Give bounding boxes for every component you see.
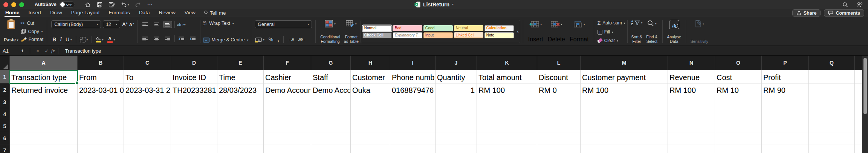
cell-M3[interactable] <box>581 96 668 108</box>
decrease-indent-button[interactable] <box>177 35 186 42</box>
column-header-I[interactable]: I <box>390 56 436 70</box>
home-icon[interactable] <box>85 2 91 8</box>
tab-home[interactable]: Home <box>5 9 20 17</box>
tab-view[interactable]: View <box>184 9 196 17</box>
cell-F6[interactable] <box>264 132 311 144</box>
cell-C7[interactable] <box>124 144 171 153</box>
delete-cells-button[interactable]: ▾ Delete <box>546 19 567 44</box>
cell-E1[interactable]: Time <box>217 70 264 83</box>
cell-E5[interactable] <box>217 120 264 132</box>
row-header-5[interactable]: 5 <box>0 120 10 132</box>
row-header-7[interactable]: 7 <box>0 144 10 153</box>
autosave-toggle[interactable]: OFF <box>59 2 75 8</box>
cell-D6[interactable] <box>171 132 217 144</box>
cell-H5[interactable] <box>351 120 390 132</box>
cell-E3[interactable] <box>217 96 264 108</box>
cell-H2[interactable]: Ouka <box>351 83 390 96</box>
cell-G1[interactable]: Staff <box>311 70 351 83</box>
cell-C5[interactable] <box>124 120 171 132</box>
cell-J4[interactable] <box>436 108 477 120</box>
cell-B5[interactable] <box>78 120 124 132</box>
cell-I7[interactable] <box>390 144 436 153</box>
cell-E6[interactable] <box>217 132 264 144</box>
confirm-entry-button[interactable]: ✓ <box>42 48 51 54</box>
cell-O5[interactable] <box>715 120 762 132</box>
scrollbar-thumb[interactable] <box>863 58 867 114</box>
cell-G2[interactable]: Demo Accoun <box>311 83 351 96</box>
cell-C6[interactable] <box>124 132 171 144</box>
cell-Q1[interactable] <box>809 70 855 83</box>
cell-C1[interactable]: To <box>124 70 171 83</box>
cell-J6[interactable] <box>436 132 477 144</box>
fill-button[interactable]: ↓ Fill▾ <box>598 29 625 35</box>
gallery-more-arrow[interactable]: › <box>517 29 518 35</box>
find-select-button[interactable]: ▾ Find & Select <box>644 19 659 44</box>
cell-O3[interactable] <box>715 96 762 108</box>
cell-E7[interactable] <box>217 144 264 153</box>
cell-A4[interactable] <box>10 108 78 120</box>
format-as-table-button[interactable]: ▾ Format as Table <box>342 19 361 44</box>
cell-B2[interactable]: 2023-03-01 0 <box>78 83 124 96</box>
cell-N4[interactable] <box>668 108 715 120</box>
save-as-icon[interactable] <box>108 2 115 8</box>
font-name-select[interactable]: Calibri (Body)▾ <box>51 20 101 28</box>
align-center-button[interactable] <box>152 35 161 42</box>
cell-H7[interactable] <box>351 144 390 153</box>
cell-style-good[interactable]: Good <box>423 25 453 31</box>
cell-K4[interactable] <box>477 108 537 120</box>
cell-I4[interactable] <box>390 108 436 120</box>
sort-filter-button[interactable]: AZ ▾ Sort & Filter <box>629 19 644 44</box>
minimize-window-button[interactable] <box>11 2 16 7</box>
insert-cells-button[interactable]: ▾ Insert <box>526 19 546 44</box>
cell-H1[interactable]: Customer <box>351 70 390 83</box>
cell-P1[interactable]: Profit <box>762 70 809 83</box>
cell-K1[interactable]: Total amount <box>477 70 537 83</box>
cell-L2[interactable]: RM 0 <box>537 83 581 96</box>
column-header-Q[interactable]: Q <box>809 56 855 70</box>
column-header-G[interactable]: G <box>311 56 351 70</box>
name-box[interactable]: A1 <box>0 48 21 54</box>
cell-F2[interactable]: Demo Accoun <box>264 83 311 96</box>
cell-P3[interactable] <box>762 96 809 108</box>
cell-O7[interactable] <box>715 144 762 153</box>
decrease-decimal-button[interactable]: .00→ <box>298 38 306 41</box>
align-top-button[interactable] <box>141 21 150 28</box>
comments-button[interactable]: Comments <box>824 9 864 17</box>
cell-M7[interactable] <box>581 144 668 153</box>
cell-Q4[interactable] <box>809 108 855 120</box>
undo-button[interactable]: ▾ <box>121 2 129 7</box>
cell-F4[interactable] <box>264 108 311 120</box>
cell-F7[interactable] <box>264 144 311 153</box>
copy-button[interactable]: Copy▾ <box>21 29 44 34</box>
cell-M6[interactable] <box>581 132 668 144</box>
column-header-B[interactable]: B <box>78 56 124 70</box>
column-header-P[interactable]: P <box>762 56 809 70</box>
column-header-F[interactable]: F <box>264 56 311 70</box>
tab-page-layout[interactable]: Page Layout <box>70 9 101 17</box>
cell-P4[interactable] <box>762 108 809 120</box>
cell-F5[interactable] <box>264 120 311 132</box>
borders-button[interactable]: ▾ <box>80 37 88 42</box>
font-size-select[interactable]: 12▾ <box>103 20 120 28</box>
title-dropdown-caret[interactable]: ▾ <box>452 3 454 6</box>
cell-J2[interactable]: 1 <box>436 83 477 96</box>
cell-B6[interactable] <box>78 132 124 144</box>
cell-style-explanatory-t-[interactable]: Explanatory T... <box>393 32 422 38</box>
cell-N1[interactable]: Revenue <box>668 70 715 83</box>
fill-color-button[interactable]: ▾ <box>96 37 104 42</box>
name-box-stepper[interactable]: ▲▼ <box>21 49 24 52</box>
conditional-formatting-button[interactable]: ▾ Conditional Formatting <box>318 19 342 44</box>
cell-L3[interactable] <box>537 96 581 108</box>
cell-Q2[interactable] <box>809 83 855 96</box>
row-header-1[interactable]: 1 <box>0 70 10 83</box>
cell-B7[interactable] <box>78 144 124 153</box>
cell-C3[interactable] <box>124 96 171 108</box>
cell-N5[interactable] <box>668 120 715 132</box>
formula-input[interactable]: Transaction type <box>61 48 868 54</box>
share-button[interactable]: Share <box>792 9 821 17</box>
decrease-font-size-button[interactable]: A▾ <box>129 22 134 27</box>
cell-M1[interactable]: Customer payment <box>581 70 668 83</box>
cell-A5[interactable] <box>10 120 78 132</box>
cell-G4[interactable] <box>311 108 351 120</box>
cell-I5[interactable] <box>390 120 436 132</box>
